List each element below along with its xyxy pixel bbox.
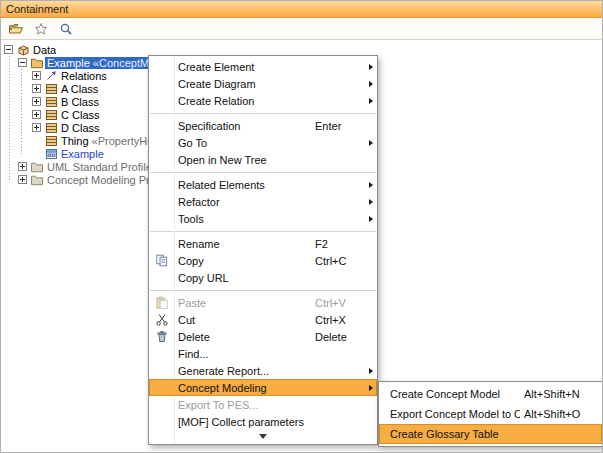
panel-title: Containment <box>6 3 68 15</box>
tree-node-text: Relations <box>61 70 107 82</box>
tree-node-label: Example <box>59 148 106 160</box>
menu-item-tools[interactable]: Tools <box>149 210 377 227</box>
menu-item-label: Create Element <box>172 61 311 73</box>
menu-item-shortcut: Alt+Shift+O <box>520 408 594 420</box>
menu-separator <box>149 109 377 117</box>
menu-item-specification[interactable]: SpecificationEnter <box>149 117 377 134</box>
expand-icon[interactable] <box>32 123 43 132</box>
tree-node-label: C Class <box>59 109 102 121</box>
menu-item-shortcut: Alt+Shift+N <box>520 388 594 400</box>
menu-item-label: Generate Report... <box>172 365 311 377</box>
menu-item-create-glossary-table[interactable]: Create Glossary Table <box>379 424 602 444</box>
concept-modeling-submenu: Create Concept ModelAlt+Shift+NExport Co… <box>378 381 603 447</box>
menu-item-label: Copy URL <box>172 272 311 284</box>
tree-node-text: Data <box>33 44 56 56</box>
menu-item-find[interactable]: Find... <box>149 345 377 362</box>
tree-guide-line <box>21 66 22 154</box>
menu-item-shortcut: Delete <box>311 331 363 343</box>
containment-panel: Containment DataExample «ConceptModel»Re… <box>0 0 603 453</box>
menu-item-copy-url[interactable]: Copy URL <box>149 269 377 286</box>
menu-item-label: Cut <box>172 314 311 326</box>
menu-item-delete[interactable]: DeleteDelete <box>149 328 377 345</box>
diagram-icon <box>43 148 59 160</box>
menu-item-label: Delete <box>172 331 311 343</box>
search-icon[interactable] <box>57 20 75 38</box>
model-icon <box>15 44 31 56</box>
menu-item-label: Copy <box>172 255 311 267</box>
submenu-arrow-icon <box>363 368 373 374</box>
submenu-arrow-icon <box>363 81 373 87</box>
expand-icon[interactable] <box>32 84 43 93</box>
menu-item-shortcut: Ctrl+C <box>311 255 363 267</box>
delete-icon <box>152 330 172 343</box>
tree-node-label: A Class <box>59 83 100 95</box>
menu-item-mof-collect-parameters[interactable]: [MOF] Collect parameters <box>149 413 377 430</box>
submenu-arrow-icon <box>363 140 373 146</box>
context-menu: Create ElementCreate DiagramCreate Relat… <box>148 55 378 445</box>
tree-node-text: A Class <box>61 83 98 95</box>
expand-icon[interactable] <box>18 162 29 171</box>
menu-item-create-relation[interactable]: Create Relation <box>149 92 377 109</box>
menu-item-generate-report[interactable]: Generate Report... <box>149 362 377 379</box>
panel-toolbar <box>1 18 602 40</box>
open-folder-icon[interactable] <box>7 20 25 38</box>
tree-node-text: B Class <box>61 96 99 108</box>
menu-item-label: Rename <box>172 238 311 250</box>
menu-item-label: Export To PES... <box>172 399 311 411</box>
tree-guide-line <box>9 53 10 180</box>
class-icon <box>43 135 59 147</box>
menu-item-cut[interactable]: CutCtrl+X <box>149 311 377 328</box>
menu-item-rename[interactable]: RenameF2 <box>149 235 377 252</box>
profile-icon <box>29 161 45 173</box>
scroll-down-icon <box>259 434 267 439</box>
menu-item-refactor[interactable]: Refactor <box>149 193 377 210</box>
relations-icon <box>43 70 59 82</box>
menu-item-label: Refactor <box>172 196 311 208</box>
expand-icon[interactable] <box>32 97 43 106</box>
menu-item-copy[interactable]: CopyCtrl+C <box>149 252 377 269</box>
menu-item-shortcut: Enter <box>311 120 363 132</box>
menu-separator <box>149 227 377 235</box>
menu-item-export-to-pes: Export To PES... <box>149 396 377 413</box>
menu-scroll-down[interactable] <box>149 430 377 442</box>
submenu-arrow-icon <box>363 385 373 391</box>
favorites-star-icon[interactable] <box>32 20 50 38</box>
menu-item-label: Specification <box>172 120 311 132</box>
menu-item-create-concept-model[interactable]: Create Concept ModelAlt+Shift+N <box>379 384 602 404</box>
menu-separator <box>149 168 377 176</box>
menu-item-label: Open in New Tree <box>172 154 311 166</box>
menu-item-label: Create Relation <box>172 95 311 107</box>
expand-icon[interactable] <box>32 110 43 119</box>
menu-item-shortcut: Ctrl+V <box>311 297 363 309</box>
menu-item-label: Find... <box>172 348 311 360</box>
submenu-arrow-icon <box>363 216 373 222</box>
menu-item-create-diagram[interactable]: Create Diagram <box>149 75 377 92</box>
tree-node-text: Thing <box>61 135 89 147</box>
tree-node-text: D Class <box>61 122 100 134</box>
tree-node-label: D Class <box>59 122 102 134</box>
copy-icon <box>152 254 172 267</box>
submenu-arrow-icon <box>363 182 373 188</box>
expand-icon[interactable] <box>32 71 43 80</box>
expand-icon[interactable] <box>18 175 29 184</box>
tree-node-text: Example <box>47 57 90 69</box>
menu-item-label: Concept Modeling <box>172 382 311 394</box>
menu-item-export-concept-model-to-owl[interactable]: Export Concept Model to OWLAlt+Shift+O <box>379 404 602 424</box>
menu-item-label: Go To <box>172 137 311 149</box>
menu-item-label: Create Concept Model <box>382 388 520 400</box>
menu-item-open-in-new-tree[interactable]: Open in New Tree <box>149 151 377 168</box>
menu-item-shortcut: Ctrl+X <box>311 314 363 326</box>
menu-item-label: Create Glossary Table <box>382 428 520 440</box>
menu-item-label: Related Elements <box>172 179 311 191</box>
menu-item-create-element[interactable]: Create Element <box>149 58 377 75</box>
menu-item-concept-modeling[interactable]: Concept Modeling <box>149 379 377 396</box>
tree-node-label: B Class <box>59 96 101 108</box>
panel-header: Containment <box>1 1 602 18</box>
submenu-arrow-icon <box>363 98 373 104</box>
collapse-icon[interactable] <box>18 58 29 67</box>
menu-item-label: [MOF] Collect parameters <box>172 416 311 428</box>
tree-node-label: Data <box>31 44 58 56</box>
tree-node-text: C Class <box>61 109 100 121</box>
menu-item-related-elements[interactable]: Related Elements <box>149 176 377 193</box>
menu-item-go-to[interactable]: Go To <box>149 134 377 151</box>
